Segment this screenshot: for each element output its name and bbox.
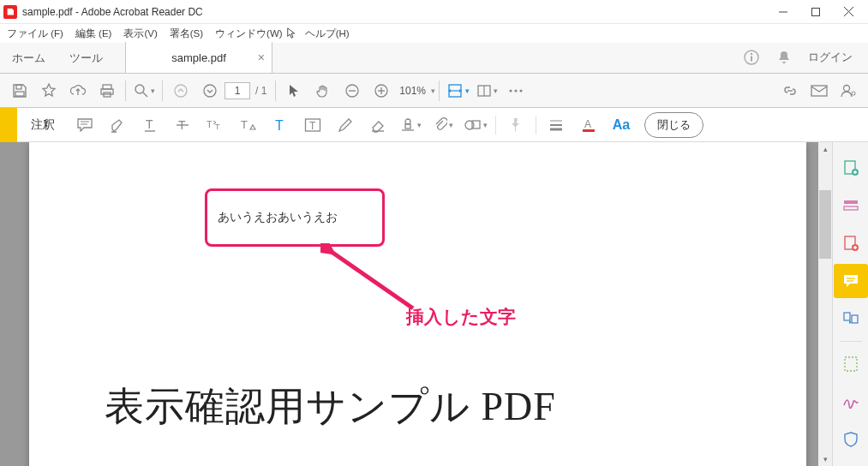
compress-icon[interactable] xyxy=(834,347,868,381)
svg-text:T: T xyxy=(241,118,248,131)
svg-rect-6 xyxy=(751,57,752,62)
tab-document[interactable]: sample.pdf × xyxy=(125,42,272,73)
close-button[interactable] xyxy=(832,0,865,24)
close-panel-button[interactable]: 閉じる xyxy=(644,112,703,138)
workspace: あいうえおあいうえお 挿入した文字 表示確認用サンプル PDF ▴ ▾ xyxy=(0,142,868,466)
svg-point-46 xyxy=(405,119,410,124)
share-user-icon[interactable] xyxy=(834,77,863,105)
svg-rect-10 xyxy=(101,89,113,94)
tab-tools[interactable]: ツール xyxy=(57,44,115,73)
login-link[interactable]: ログイン xyxy=(808,50,853,65)
insert-text-icon[interactable]: T xyxy=(231,111,264,139)
tab-document-label: sample.pdf xyxy=(171,51,226,64)
menu-help[interactable]: ヘルプ(H) xyxy=(300,26,355,42)
svg-text:T: T xyxy=(215,122,220,131)
svg-rect-59 xyxy=(844,200,858,204)
text-box-icon[interactable]: T xyxy=(296,111,329,139)
tab-bar: ホーム ツール sample.pdf × ログイン xyxy=(0,43,868,74)
svg-rect-65 xyxy=(844,313,850,320)
line-weight-icon[interactable] xyxy=(540,111,572,139)
zoom-out-icon[interactable] xyxy=(338,77,367,105)
svg-point-30 xyxy=(844,85,850,91)
tools-rail xyxy=(832,142,868,466)
shapes-icon[interactable]: ▾ xyxy=(459,111,492,139)
combine-icon[interactable] xyxy=(834,188,868,223)
pencil-icon[interactable] xyxy=(329,111,362,139)
search-icon[interactable]: ▾ xyxy=(129,77,159,105)
svg-rect-29 xyxy=(811,86,827,96)
more-icon[interactable] xyxy=(501,77,530,105)
page-up-icon[interactable] xyxy=(166,77,195,105)
pointer-icon[interactable] xyxy=(279,77,308,105)
close-tab-icon[interactable]: × xyxy=(258,51,265,64)
comment-tag xyxy=(0,108,17,142)
svg-text:A: A xyxy=(584,118,591,130)
menu-file[interactable]: ファイル (F) xyxy=(2,26,69,42)
menu-edit[interactable]: 編集 (E) xyxy=(70,26,117,42)
bell-icon[interactable] xyxy=(775,49,793,66)
svg-text:T: T xyxy=(207,119,213,129)
svg-rect-67 xyxy=(845,357,857,371)
page-number-input[interactable] xyxy=(224,82,250,99)
stamp-icon[interactable]: ▾ xyxy=(394,111,427,139)
hand-icon[interactable] xyxy=(308,77,338,105)
protect-icon[interactable] xyxy=(834,422,868,457)
minimize-button[interactable] xyxy=(767,0,799,24)
replace-text-icon[interactable]: TT xyxy=(199,111,231,139)
highlight-icon[interactable] xyxy=(101,111,134,139)
zoom-in-icon[interactable] xyxy=(367,77,396,105)
strikethrough-icon[interactable]: T xyxy=(166,111,199,139)
link-icon[interactable] xyxy=(775,77,805,105)
save-icon[interactable] xyxy=(5,77,34,105)
tab-home[interactable]: ホーム xyxy=(0,44,57,73)
svg-rect-1 xyxy=(812,8,820,15)
fit-width-icon[interactable]: ▾ xyxy=(443,77,472,105)
add-text-icon[interactable]: T xyxy=(264,111,296,139)
svg-line-56 xyxy=(329,250,413,308)
share-email-icon[interactable] xyxy=(805,77,834,105)
info-icon[interactable] xyxy=(743,49,760,66)
svg-rect-60 xyxy=(844,206,858,210)
font-size-icon[interactable]: Aa xyxy=(605,111,638,139)
annotation-text: あいうえおあいうえお xyxy=(218,210,338,225)
pin-icon[interactable] xyxy=(500,111,532,139)
eraser-icon[interactable] xyxy=(362,111,394,139)
svg-rect-66 xyxy=(852,315,858,323)
sign-rail-icon[interactable] xyxy=(834,385,868,419)
print-icon[interactable] xyxy=(93,77,122,105)
svg-point-26 xyxy=(514,89,517,92)
page-down-icon[interactable] xyxy=(195,77,224,105)
document-viewport[interactable]: あいうえおあいうえお 挿入した文字 表示確認用サンプル PDF ▴ ▾ xyxy=(0,142,832,466)
maximize-button[interactable] xyxy=(799,0,832,24)
svg-line-13 xyxy=(143,93,147,97)
sticky-note-icon[interactable] xyxy=(69,111,101,139)
cloud-upload-icon[interactable] xyxy=(63,77,93,105)
arrow-label: 挿入した文字 xyxy=(406,305,516,329)
page-canvas: あいうえおあいうえお 挿入した文字 表示確認用サンプル PDF xyxy=(29,142,806,466)
svg-rect-9 xyxy=(103,85,111,89)
svg-rect-7 xyxy=(16,85,21,89)
menu-window[interactable]: ウィンドウ(W) xyxy=(210,26,288,42)
fit-page-icon[interactable]: ▾ xyxy=(472,77,501,105)
scroll-up-icon[interactable]: ▴ xyxy=(818,142,832,156)
create-pdf-icon[interactable] xyxy=(834,151,868,185)
comment-rail-icon[interactable] xyxy=(834,264,868,298)
document-heading: 表示確認用サンプル PDF xyxy=(105,380,556,433)
scroll-thumb[interactable] xyxy=(819,190,831,259)
edit-pdf-icon[interactable] xyxy=(834,226,868,260)
svg-text:T: T xyxy=(309,120,316,132)
svg-text:T: T xyxy=(146,117,153,131)
vertical-scrollbar[interactable]: ▴ ▾ xyxy=(818,142,832,466)
attach-icon[interactable]: ▾ xyxy=(427,111,459,139)
star-icon[interactable] xyxy=(34,77,63,105)
menu-sign[interactable]: 署名(S) xyxy=(165,26,208,42)
zoom-level[interactable]: 101% xyxy=(396,85,429,97)
scroll-down-icon[interactable]: ▾ xyxy=(818,452,832,466)
underline-icon[interactable]: T xyxy=(134,111,166,139)
svg-point-14 xyxy=(175,85,187,97)
menu-view[interactable]: 表示(V) xyxy=(118,26,162,42)
organize-icon[interactable] xyxy=(834,302,868,336)
text-color-icon[interactable]: A xyxy=(572,111,605,139)
comment-toolbar: 注釈 T T TT T T T ▾ ▾ ▾ A Aa 閉じる xyxy=(0,108,868,142)
app-icon xyxy=(3,5,17,19)
